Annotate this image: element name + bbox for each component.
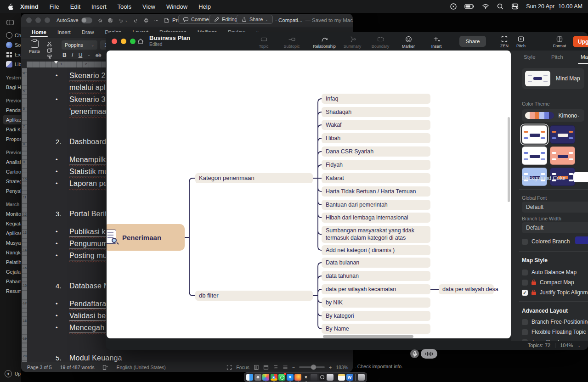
chatgpt-history-item[interactable]: Padi Ken: [0, 124, 21, 134]
strikethrough-button[interactable]: ab: [96, 52, 101, 58]
dock-icon-whatsapp[interactable]: [278, 374, 285, 381]
pitch-button[interactable]: Pitch: [509, 35, 533, 48]
dock-icon-settings[interactable]: [254, 374, 261, 381]
option-row[interactable]: Auto Balance Map: [522, 267, 588, 277]
minimize-button[interactable]: [35, 17, 41, 23]
theme-thumbnail[interactable]: [522, 125, 547, 144]
chatgpt-history-item[interactable]: Proposa: [0, 134, 21, 144]
menubar-menu-insert[interactable]: Insert: [87, 3, 111, 10]
view-draft-icon[interactable]: [283, 365, 288, 370]
sidebar-item-sora[interactable]: Sor: [0, 40, 21, 50]
zoom-in-button[interactable]: +: [329, 365, 332, 370]
paste-button[interactable]: Paste: [26, 40, 43, 57]
autosave-toggle[interactable]: AutoSave: [57, 17, 92, 23]
mindmap-subtopic[interactable]: data per wilayah desa: [439, 284, 494, 294]
mindmap-subtopic[interactable]: Shadaqah: [322, 107, 430, 117]
page-indicator[interactable]: Page 3 of 5: [27, 365, 52, 370]
mindmap-subtopic[interactable]: Dana CSR Syariah: [322, 146, 430, 157]
chatgpt-history-item[interactable]: Gejala: [0, 267, 21, 276]
font-name-select[interactable]: Poppins⌄: [62, 40, 97, 50]
menubar-menu-edit[interactable]: Edit: [66, 3, 85, 10]
panel-tab-pitch[interactable]: Pitch: [551, 54, 563, 60]
colored-branch-swatch[interactable]: [575, 236, 588, 244]
chatgpt-history-item[interactable]: Penyakit: [0, 186, 21, 196]
mindmap-subtopic[interactable]: Sumbangan masyarakat yang tidak termasuk…: [322, 226, 430, 243]
minimize-button[interactable]: [121, 39, 126, 44]
chatgpt-history-item[interactable]: Strategi: [0, 176, 21, 186]
chatgpt-history-item[interactable]: Aplikasi: [0, 228, 21, 238]
underline-button[interactable]: U: [79, 52, 83, 58]
indent-marker[interactable]: [54, 61, 58, 64]
save-icon[interactable]: [108, 17, 113, 24]
dock-icon-trash[interactable]: [358, 374, 365, 381]
undo-chevron-icon[interactable]: ⌄: [124, 18, 128, 22]
option-row[interactable]: Flexible Floating Topic: [522, 327, 588, 337]
theme-thumbnail[interactable]: [550, 125, 575, 144]
checkbox[interactable]: [522, 319, 528, 325]
mindmap-subtopic[interactable]: by NIK: [322, 298, 430, 308]
checkbox[interactable]: [522, 280, 528, 286]
zoom-percentage[interactable]: 183%: [336, 365, 348, 370]
color-theme-select[interactable]: Kimono ⌄: [522, 109, 584, 122]
checkbox[interactable]: [522, 270, 528, 275]
format-painter-icon[interactable]: [47, 53, 53, 58]
theme-thumbnail[interactable]: [522, 146, 547, 165]
mindmap-subtopic[interactable]: Hibah: [322, 133, 430, 143]
menubar-menu-view[interactable]: View: [138, 3, 160, 10]
background-color-swatch[interactable]: [573, 172, 588, 182]
mindmap-subtopic[interactable]: Wakaf: [322, 120, 430, 130]
view-outline-icon[interactable]: [273, 365, 278, 370]
canvas-zoom-level[interactable]: 104%: [560, 343, 573, 348]
vertical-ruler[interactable]: 4567891011121314151617181920: [22, 68, 27, 362]
toolbar-relationship-button[interactable]: Relationship: [312, 34, 336, 49]
mindmap-subtopic[interactable]: Bantuan dari pemerintah: [322, 200, 430, 210]
dock-icon-photos[interactable]: [262, 374, 269, 381]
microphone-icon[interactable]: [410, 349, 419, 358]
sidebar-toggle-icon[interactable]: [6, 19, 14, 26]
mindmap-subtopic[interactable]: Harta Tidak Bertuan / Harta Temuan: [322, 186, 430, 197]
control-center-icon[interactable]: [511, 3, 519, 10]
panel-tab-style[interactable]: Style: [524, 54, 536, 60]
option-row[interactable]: Compact Map: [522, 277, 588, 287]
toolbar-insert-button[interactable]: Insert: [424, 34, 448, 49]
chatgpt-history-item[interactable]: Kegiatan: [0, 219, 21, 228]
option-row[interactable]: ✓Justify Topic Alignment: [522, 287, 588, 298]
mindmap-subtopic[interactable]: By kategori: [322, 311, 430, 321]
mindmap-subtopic[interactable]: data tahunan: [322, 271, 430, 281]
canvas-vertical-scrollbar[interactable]: [508, 117, 510, 202]
chatgpt-history-item[interactable]: Paham A: [0, 276, 21, 286]
view-print-icon[interactable]: [254, 365, 259, 370]
mindmap-branch-topic[interactable]: Kategori penerimaan: [195, 173, 313, 183]
checkbox[interactable]: ✓: [522, 290, 528, 296]
dock-icon-files[interactable]: [311, 374, 317, 381]
mindmap-subtopic[interactable]: data per wilayah kecamatan: [322, 284, 430, 294]
focus-label[interactable]: Focus: [236, 365, 249, 370]
copy-icon[interactable]: [47, 46, 53, 51]
home-icon[interactable]: [98, 17, 103, 24]
undo-icon[interactable]: [119, 17, 124, 24]
mindmap-root-topic[interactable]: Penerimaan: [107, 224, 185, 251]
option-row[interactable]: Topic Overlap: [522, 337, 588, 341]
dock-icon-xmind[interactable]: X: [303, 374, 310, 381]
italic-button[interactable]: I: [72, 51, 74, 58]
view-web-icon[interactable]: [263, 365, 269, 370]
global-font-select[interactable]: Default: [522, 202, 588, 213]
zoom-slider-knob[interactable]: [311, 365, 316, 370]
word-count[interactable]: 19 of 487 words: [60, 365, 95, 370]
screen-record-icon[interactable]: [450, 3, 457, 10]
mindmap-branch-topic[interactable]: db filter: [195, 291, 313, 301]
ribbon-share-button[interactable]: Share⌄: [237, 15, 273, 24]
menubar-menu-tools[interactable]: Tools: [113, 3, 136, 10]
spotlight-search-icon[interactable]: [497, 3, 504, 10]
redo-icon[interactable]: [133, 17, 138, 24]
close-button[interactable]: [112, 39, 117, 44]
proofing-icon[interactable]: [102, 365, 108, 370]
close-button[interactable]: [26, 17, 32, 23]
ribbon-tab-home[interactable]: Home: [27, 28, 51, 36]
dock-icon-notes[interactable]: [338, 374, 345, 381]
ribbon-tab-insert[interactable]: Insert: [52, 28, 76, 36]
more-icon[interactable]: [154, 17, 159, 24]
dock-icon-word[interactable]: W: [346, 374, 353, 381]
cut-icon[interactable]: [47, 40, 53, 45]
xmind-share-button[interactable]: Share: [459, 36, 486, 47]
